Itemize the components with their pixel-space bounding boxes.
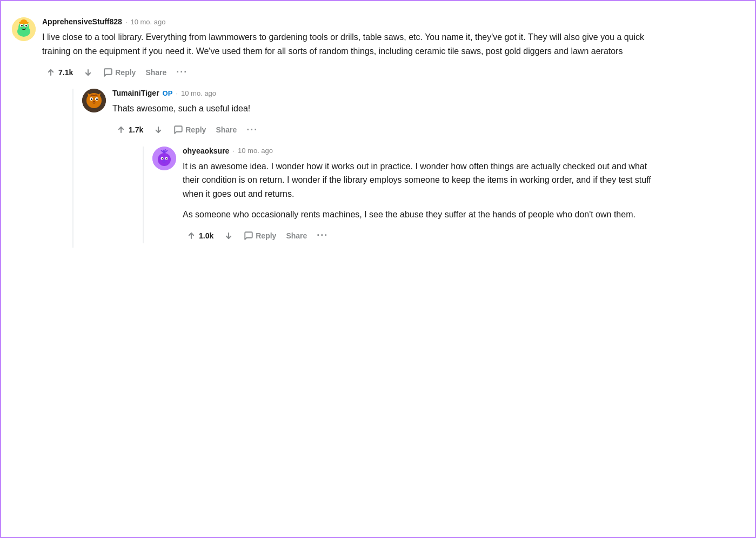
comment-2-share-btn[interactable]: Share xyxy=(212,123,240,136)
avatar-tumainitiger xyxy=(82,89,106,112)
comment-1: ApprehensiveStuff828 · 10 mo. ago I live… xyxy=(12,17,660,252)
comment-1-downvote[interactable] xyxy=(79,65,97,80)
comment-2-actions: 1.7k xyxy=(112,122,660,138)
comment-2-upvote-count: 1.7k xyxy=(129,125,143,134)
comment-3-time: 10 mo. ago xyxy=(238,147,273,155)
svg-point-23 xyxy=(158,153,171,166)
comment-1-reply-btn[interactable]: Reply xyxy=(100,65,139,79)
svg-point-31 xyxy=(166,158,168,159)
comment-2-meta: TumainiTiger OP · 10 mo. ago xyxy=(112,89,660,97)
comment-3-upvote-count: 1.0k xyxy=(199,231,213,240)
comment-2-downvote[interactable] xyxy=(150,122,167,137)
comment-3-actions: 1.0k xyxy=(183,228,660,243)
comment-1-body: ApprehensiveStuff828 · 10 mo. ago I live… xyxy=(42,17,660,252)
svg-point-5 xyxy=(21,25,23,26)
comment-3-more-btn[interactable]: ··· xyxy=(313,228,331,243)
downvote-icon-3 xyxy=(223,230,234,241)
comment-1-share-btn[interactable]: Share xyxy=(142,66,170,79)
comment-2-reply-label: Reply xyxy=(185,125,206,134)
comment-1-username[interactable]: ApprehensiveStuff828 xyxy=(42,17,122,26)
comment-3-reply-label: Reply xyxy=(256,231,276,240)
comment-2-share-label: Share xyxy=(216,125,237,134)
comment-3: ohyeaoksure · 10 mo. ago It is an awesom… xyxy=(152,147,660,243)
more-icon-2: ··· xyxy=(246,124,258,136)
upvote-icon-3 xyxy=(186,230,197,241)
comment-1-upvote[interactable]: 7.1k xyxy=(42,65,76,80)
more-icon-3: ··· xyxy=(317,230,328,241)
comment-1-dot: · xyxy=(125,18,128,26)
reply-icon xyxy=(103,68,113,77)
upvote-icon xyxy=(45,67,56,78)
svg-point-16 xyxy=(96,98,98,100)
comment-1-time: 10 mo. ago xyxy=(130,18,165,26)
svg-point-32 xyxy=(163,160,165,161)
comment-2-text: Thats awesome, such a useful idea! xyxy=(112,102,660,116)
comment-2-dot: · xyxy=(176,89,178,97)
reply-icon-2 xyxy=(173,125,183,135)
comment-3-text2: As someone who occasionally rents machin… xyxy=(183,208,660,222)
svg-point-17 xyxy=(93,101,95,103)
more-icon: ··· xyxy=(176,67,188,78)
comment-2-reply-btn[interactable]: Reply xyxy=(170,123,209,137)
comment-1-text: I live close to a tool library. Everythi… xyxy=(42,30,660,58)
svg-point-15 xyxy=(91,98,92,100)
comment-2-username[interactable]: TumainiTiger xyxy=(112,89,159,97)
avatar-ohyeaoksure xyxy=(152,147,176,170)
comment-1-share-label: Share xyxy=(145,68,166,77)
downvote-icon-2 xyxy=(153,124,164,135)
svg-point-8 xyxy=(21,19,27,24)
comment-3-meta: ohyeaoksure · 10 mo. ago xyxy=(183,147,660,155)
comment-1-meta: ApprehensiveStuff828 · 10 mo. ago xyxy=(42,17,660,26)
comment-3-share-label: Share xyxy=(286,231,307,240)
comment-3-reply-btn[interactable]: Reply xyxy=(240,229,279,243)
comment-3-dot: · xyxy=(232,147,235,155)
comment-3-username[interactable]: ohyeaoksure xyxy=(183,147,229,155)
comment-thread: ApprehensiveStuff828 · 10 mo. ago I live… xyxy=(12,12,660,262)
comment-3-downvote[interactable] xyxy=(220,228,237,243)
comment-3-share-btn[interactable]: Share xyxy=(283,229,310,242)
comment-1-reply-label: Reply xyxy=(115,68,136,77)
comment-1-actions: 7.1k Reply Share xyxy=(42,64,660,80)
svg-point-6 xyxy=(25,25,27,26)
comment-2: TumainiTiger OP · 10 mo. ago Thats aweso… xyxy=(82,89,660,248)
comment-2-more-btn[interactable]: ··· xyxy=(243,122,261,138)
comment-2-body: TumainiTiger OP · 10 mo. ago Thats aweso… xyxy=(112,89,660,248)
nested-comment-3: ohyeaoksure · 10 mo. ago It is an awesom… xyxy=(143,147,660,243)
comment-3-upvote[interactable]: 1.0k xyxy=(183,228,217,243)
comment-2-op-badge: OP xyxy=(163,89,173,97)
comment-3-body: ohyeaoksure · 10 mo. ago It is an awesom… xyxy=(183,147,660,243)
svg-point-30 xyxy=(162,158,163,159)
nested-comment-2: TumainiTiger OP · 10 mo. ago Thats aweso… xyxy=(72,89,660,248)
reply-icon-3 xyxy=(244,231,253,241)
comment-2-upvote[interactable]: 1.7k xyxy=(112,122,146,137)
comment-1-upvote-count: 7.1k xyxy=(58,68,73,77)
comment-3-text1: It is an awesome idea. I wonder how it w… xyxy=(183,160,660,201)
downvote-icon xyxy=(83,67,93,78)
comment-2-time: 10 mo. ago xyxy=(181,89,216,97)
comment-1-more-btn[interactable]: ··· xyxy=(173,64,191,80)
upvote-icon-2 xyxy=(116,124,126,135)
avatar-apprehensive xyxy=(12,17,36,41)
